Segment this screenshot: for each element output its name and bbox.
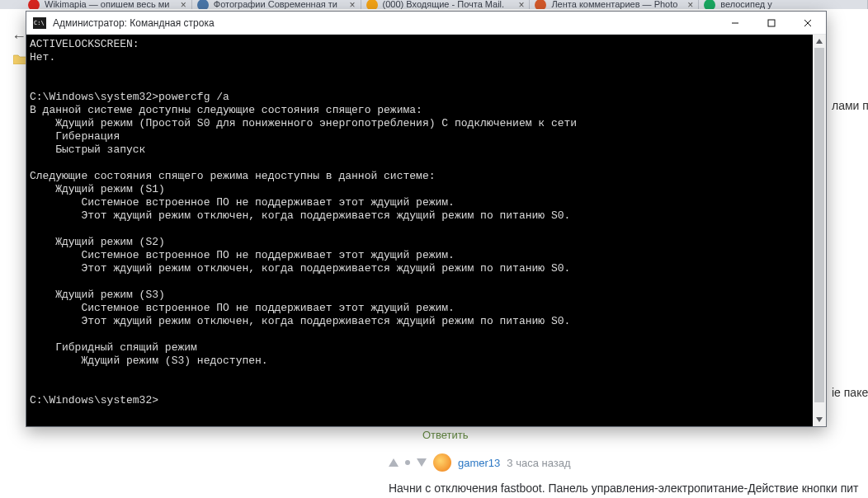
scroll-up-button[interactable] (813, 35, 826, 48)
back-button[interactable]: ← (12, 28, 26, 45)
upvote-icon[interactable] (389, 458, 399, 467)
tab-vk[interactable]: Фотографии Современная ти × (192, 0, 361, 9)
cmd-window: Администратор: Командная строка ACTIVELO… (26, 11, 827, 427)
page-text: іе паке (832, 386, 868, 399)
comment-header: gamer13 3 часа назад (389, 453, 571, 472)
downvote-icon[interactable] (417, 458, 427, 467)
page-text: лами пи (832, 99, 868, 112)
scroll-down-button[interactable] (813, 413, 826, 426)
tab-mail[interactable]: (000) Входящие - Почта Mail. × (361, 0, 531, 9)
tab-wikimapia[interactable]: Wikimapia — опишем весь ми × (23, 0, 192, 9)
svg-rect-1 (768, 20, 775, 26)
tab-title: велосипед у (720, 0, 862, 9)
browser-tabstrip: Wikimapia — опишем весь ми × Фотографии … (0, 0, 868, 9)
tab-title: Лента комментариев — Photo (551, 0, 682, 9)
window-controls (717, 12, 826, 34)
maximize-button[interactable] (753, 12, 790, 34)
window-titlebar[interactable]: Администратор: Командная строка (26, 12, 826, 35)
cmd-icon (33, 17, 46, 29)
comment-time: 3 часа назад (507, 457, 570, 469)
close-button[interactable] (790, 12, 826, 34)
scrollbar[interactable] (813, 35, 826, 426)
terminal-area[interactable]: ACTIVELOCKSCREEN: Нет. C:\Windows\system… (26, 35, 826, 426)
username-link[interactable]: gamer13 (458, 457, 500, 469)
vote-score-icon (405, 460, 410, 465)
tab-title: (000) Входящие - Почта Mail. (383, 0, 514, 9)
avatar[interactable] (433, 453, 451, 472)
tab-bike[interactable]: велосипед у (699, 0, 868, 9)
terminal-output[interactable]: ACTIVELOCKSCREEN: Нет. C:\Windows\system… (26, 35, 826, 426)
comment-body: Начни с отключения fastboot. Панель упра… (389, 482, 859, 495)
minimize-button[interactable] (717, 12, 753, 34)
tab-title: Фотографии Современная ти (214, 0, 345, 9)
scroll-thumb[interactable] (814, 48, 824, 402)
tab-photo[interactable]: Лента комментариев — Photo × (530, 0, 699, 9)
reply-link[interactable]: Ответить (422, 429, 469, 441)
window-title: Администратор: Командная строка (53, 17, 717, 29)
tab-title: Wikimapia — опишем весь ми (45, 0, 176, 9)
